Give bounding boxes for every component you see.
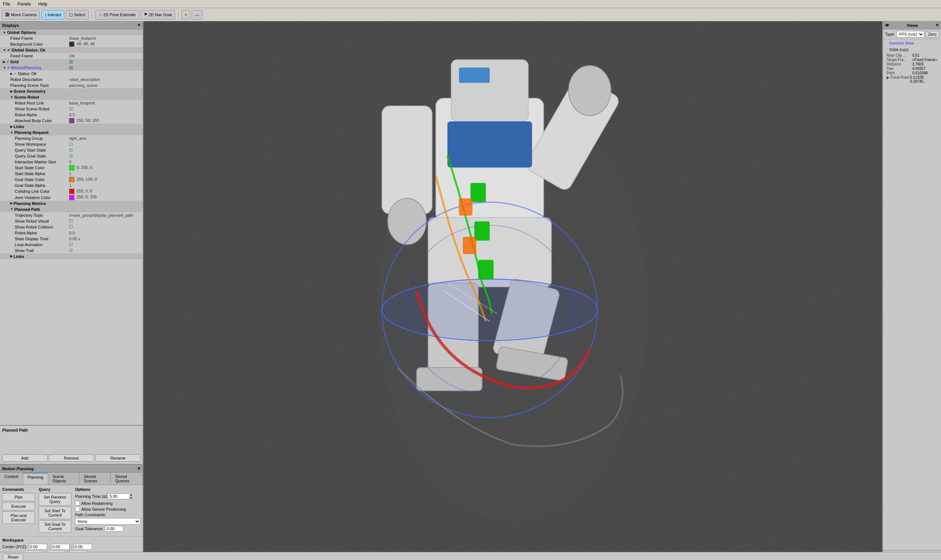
reset-button[interactable]: Reset [3, 554, 23, 560]
planning-group-item[interactable]: Planning Group right_arm [0, 135, 143, 141]
center-x-input[interactable] [29, 544, 47, 550]
scene-robot-item[interactable]: ▼ Scene Robot [0, 94, 143, 100]
show-robot-collision-item[interactable]: Show Robot Collision ☐ [0, 224, 143, 230]
planning-time-spinup[interactable]: ▲▼ [130, 493, 133, 500]
planning-req-expand[interactable]: ▼ [10, 131, 13, 134]
links1-expand[interactable]: ▶ [10, 125, 12, 128]
loop-animation-item[interactable]: Loop Animation ☐ [0, 242, 143, 248]
menu-help[interactable]: Help [37, 1, 49, 8]
start-state-color-item[interactable]: Start State Color 0; 255; 0 [0, 165, 143, 171]
state-display-time-item[interactable]: State Display Time 0.05 s [0, 236, 143, 242]
select-button[interactable]: ▢ Select [66, 10, 89, 20]
view-prop-0[interactable]: Near Clip ... 0.01 [885, 53, 939, 57]
robot-desc-item[interactable]: Robot Description robot_description [0, 77, 143, 82]
view-prop-1[interactable]: Target Fra... <Fixed Frame> [885, 58, 939, 62]
planning-metrics-item[interactable]: ▶ Planning Metrics [0, 200, 143, 206]
planned-path-expand[interactable]: ▼ [10, 208, 13, 211]
query-goal-state-item[interactable]: Query Goal State ☑ [0, 153, 143, 159]
nav-goal-button[interactable]: ⚑ 2D Nav Goal [140, 10, 175, 20]
toolbar-minus-btn[interactable]: — [192, 10, 202, 20]
view-prop-3[interactable]: Yaw 4.94357 [885, 66, 939, 71]
planning-request-item[interactable]: ▼ Planning Request [0, 129, 143, 135]
toolbar-extra-btn[interactable]: + [181, 10, 190, 20]
interactive-marker-size-item[interactable]: Interactive Marker Size 0 [0, 159, 143, 165]
move-camera-button[interactable]: 🎥 Move Camera [2, 10, 40, 20]
remove-button[interactable]: Remove [49, 454, 94, 462]
links-item-1[interactable]: ▶ Links [0, 124, 143, 129]
planned-path-robot-alpha-item[interactable]: Robot Alpha 0.5 [0, 230, 143, 236]
background-color-item[interactable]: Background Color 48; 48; 48 [0, 41, 143, 47]
set-goal-to-current-button[interactable]: Set Goal To Current [38, 520, 71, 533]
motion-planning-tree-item[interactable]: ▼ ✓ MotionPlanning ☑ [0, 65, 143, 71]
planning-time-input[interactable] [108, 494, 130, 499]
set-random-query-button[interactable]: Set Random Query [38, 493, 71, 506]
pose-estimate-button[interactable]: → 2D Pose Estimate [95, 10, 139, 20]
view-prop-2[interactable]: Distance 2.7603 [885, 62, 939, 66]
plan-and-execute-button[interactable]: Plan and Execute [2, 511, 35, 524]
scene-geom-expand[interactable]: ▶ [10, 90, 12, 93]
joint-violation-color-item[interactable]: Joint Violation Color 255; 0; 255 [0, 194, 143, 200]
goal-state-color-item[interactable]: Goal State Color 250; 128; 0 [0, 177, 143, 183]
grid-item[interactable]: ▶ ✓ Grid ☑ [0, 59, 143, 65]
query-start-state-item[interactable]: Query Start State ☑ [0, 147, 143, 153]
show-workspace-item[interactable]: Show Workspace ☐ [0, 141, 143, 147]
view-prop-4[interactable]: Pitch 0.610398 [885, 71, 939, 75]
fixed-frame-status-item[interactable]: Fixed Frame OK [0, 53, 143, 59]
allow-replanning-checkbox[interactable] [75, 501, 80, 506]
mp-panel-close-icon[interactable]: ✕ [137, 466, 140, 471]
tab-stored-scenes[interactable]: Stored Scenes [80, 473, 111, 485]
tab-context[interactable]: Context [0, 473, 23, 485]
path-constraints-select[interactable]: None [75, 518, 140, 525]
global-status-item[interactable]: ▼ ✓ Global Status: Ok [0, 47, 143, 53]
mp-status-expand[interactable]: ▶ [10, 72, 12, 75]
global-options-item[interactable]: ▼ Global Options [0, 29, 143, 35]
global-status-expand[interactable]: ▼ [3, 49, 6, 52]
scene-robot-expand[interactable]: ▼ [10, 96, 13, 99]
center-z-input[interactable] [74, 544, 92, 550]
expand-arrow[interactable]: ▼ [3, 31, 6, 34]
planned-path-section: Planned Path Add Remove Rename [0, 426, 143, 464]
mp-expand[interactable]: ▼ [3, 66, 6, 69]
show-scene-robot-item[interactable]: Show Scene Robot ☑ [0, 106, 143, 112]
viewport[interactable] [143, 22, 882, 560]
fixed-frame-item[interactable]: Fixed Frame /base_footprint [0, 35, 143, 41]
goal-state-alpha-item[interactable]: Goal State Alpha 1 [0, 183, 143, 188]
links2-expand[interactable]: ▶ [10, 255, 12, 258]
robot-alpha-item[interactable]: Robot Alpha 0.5 [0, 112, 143, 118]
trajectory-topic-item[interactable]: Trajectory Topic /move_group/display_pla… [0, 212, 143, 218]
set-start-to-current-button[interactable]: Set Start To Current [38, 507, 71, 519]
view-prop-5[interactable]: ▶ Focal Point 0.11328; 0.19745... [885, 75, 939, 83]
views-zero-button[interactable]: Zero [926, 31, 939, 37]
goal-tolerance-input[interactable] [105, 526, 123, 532]
rename-button[interactable]: Rename [95, 454, 140, 462]
show-robot-visual-item[interactable]: Show Robot Visual ☐ [0, 218, 143, 224]
allow-sensor-checkbox[interactable] [75, 507, 80, 511]
planning-scene-topic-item[interactable]: Planning Scene Topic planning_scene [0, 82, 143, 88]
planning-metrics-expand[interactable]: ▶ [10, 202, 12, 205]
scene-geometry-item[interactable]: ▶ Scene Geometry [0, 88, 143, 94]
tab-planning[interactable]: Planning [23, 473, 48, 485]
center-y-input[interactable] [51, 544, 69, 550]
robot-root-link-item[interactable]: Robot Root Link base_footprint [0, 100, 143, 106]
interact-button[interactable]: ↕ Interact [41, 10, 65, 20]
current-view-expand[interactable]: ▼ [885, 42, 888, 45]
links-item-2[interactable]: ▶ Links [0, 254, 143, 259]
add-button[interactable]: Add [2, 454, 48, 462]
show-trail-item[interactable]: Show Trail ☑ [0, 248, 143, 254]
menu-file[interactable]: File [2, 1, 11, 8]
plan-button[interactable]: Plan [2, 493, 35, 501]
colliding-link-color-item[interactable]: Colliding Link Color 255; 0; 0 [0, 188, 143, 194]
planned-path-tree-item[interactable]: ▼ Planned Path [0, 206, 143, 212]
start-state-alpha-item[interactable]: Start State Alpha 1 [0, 171, 143, 177]
views-close-icon[interactable]: ✕ [935, 23, 939, 28]
execute-button[interactable]: Execute [2, 502, 35, 510]
view-props-list: Near Clip ... 0.01 Target Fra... <Fixed … [885, 53, 939, 83]
attached-body-color-item[interactable]: Attached Body Color 150; 50; 150 [0, 118, 143, 124]
mp-status-item[interactable]: ▶ ✓ Status: Ok [0, 71, 143, 77]
views-type-select[interactable]: FPS (rviz) [896, 31, 924, 37]
menu-panels[interactable]: Panels [16, 1, 32, 8]
tab-stored-queries[interactable]: Stored Queries [111, 473, 143, 485]
grid-expand[interactable]: ▶ [3, 60, 5, 64]
tab-scene-objects[interactable]: Scene Objects [48, 473, 80, 485]
displays-close-icon[interactable]: ✕ [137, 23, 140, 28]
